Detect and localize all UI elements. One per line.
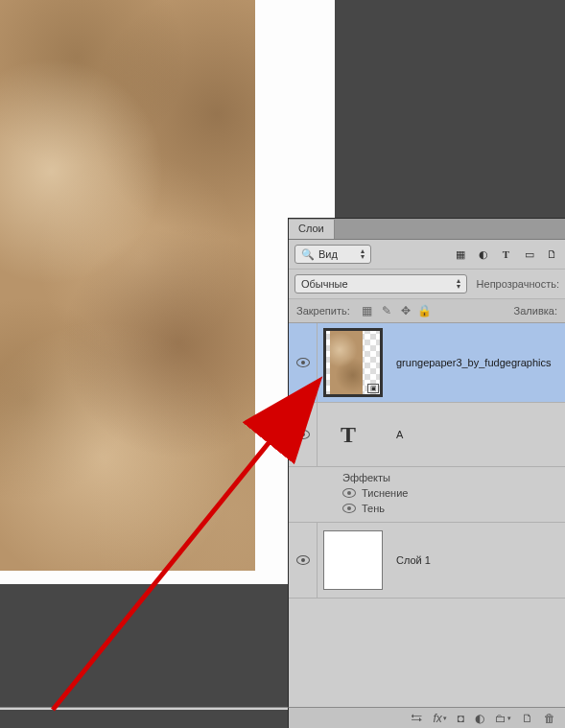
filter-type-icon[interactable]: T [499, 247, 513, 262]
lock-position-icon[interactable]: ✥ [398, 303, 413, 318]
smart-object-icon: ▣ [367, 384, 379, 393]
effect-name: Тень [362, 503, 385, 514]
eye-icon [296, 430, 310, 439]
visibility-toggle[interactable] [289, 403, 318, 466]
filter-row: 🔍Вид ▴▾ ▦ ◐ T ▭ 🗋 [289, 240, 565, 270]
layers-list: ▣ grungepaper3_by_fudgegraphics T A Эффе… [289, 323, 565, 707]
adjustment-icon[interactable]: ◐ [475, 712, 484, 725]
mask-icon[interactable]: ◘ [458, 712, 464, 725]
filter-icons: ▦ ◐ T ▭ 🗋 [453, 247, 559, 262]
canvas-texture-image [0, 0, 255, 571]
visibility-toggle[interactable] [289, 523, 318, 598]
trash-icon[interactable]: 🗑 [544, 712, 555, 725]
kind-label: Вид [318, 248, 338, 260]
blend-mode-select[interactable]: Обычные ▴▾ [294, 274, 467, 294]
blend-row: Обычные ▴▾ Непрозрачность: [289, 270, 565, 299]
tab-layers[interactable]: Слои [289, 220, 335, 239]
lock-all-icon[interactable]: 🔒 [417, 303, 433, 318]
select-arrows-icon: ▴▾ [361, 248, 365, 260]
lock-label: Закрепить: [296, 305, 350, 317]
visibility-toggle[interactable] [289, 323, 318, 402]
canvas-scrollbar[interactable] [0, 707, 288, 710]
layer-row[interactable]: T A [289, 403, 565, 467]
fill-label: Заливка: [514, 305, 557, 317]
new-layer-icon[interactable]: 🗋 [522, 712, 533, 725]
layer-name[interactable]: A [396, 429, 403, 440]
opacity-label: Непрозрачность: [477, 278, 559, 290]
lock-pixels-icon[interactable]: ✎ [379, 303, 394, 318]
layer-row[interactable]: ▣ grungepaper3_by_fudgegraphics [289, 323, 565, 403]
fx-icon[interactable]: fx▾ [433, 712, 446, 725]
lock-row: Закрепить: ▦ ✎ ✥ 🔒 Заливка: [289, 299, 565, 323]
effect-item[interactable]: Тень [342, 501, 565, 516]
layer-thumbnail[interactable]: T [329, 420, 367, 449]
layer-name[interactable]: Слой 1 [396, 554, 431, 566]
blend-mode-value: Обычные [301, 278, 348, 290]
layer-name[interactable]: grungepaper3_by_fudgegraphics [396, 357, 551, 368]
link-layers-icon[interactable]: ⮀ [411, 712, 422, 725]
filter-smart-icon[interactable]: 🗋 [545, 247, 559, 262]
eye-icon[interactable] [342, 488, 356, 498]
layer-row[interactable]: Слой 1 [289, 523, 565, 599]
layer-effects: Эффекты Тиснение Тень [289, 467, 565, 523]
effect-name: Тиснение [362, 487, 408, 499]
eye-icon [296, 358, 310, 367]
effects-header[interactable]: Эффекты [342, 470, 565, 485]
effect-item[interactable]: Тиснение [342, 485, 565, 501]
lock-transparency-icon[interactable]: ▦ [360, 303, 375, 318]
canvas-area [0, 0, 288, 728]
kind-select[interactable]: 🔍Вид ▴▾ [294, 245, 371, 264]
select-arrows-icon: ▴▾ [457, 278, 460, 290]
eye-icon[interactable] [342, 504, 356, 513]
filter-shape-icon[interactable]: ▭ [522, 247, 536, 262]
panel-footer: ⮀ fx▾ ◘ ◐ 🗀▾ 🗋 🗑 [288, 707, 565, 728]
layer-thumbnail[interactable]: ▣ [323, 328, 383, 397]
filter-pixel-icon[interactable]: ▦ [453, 247, 467, 262]
eye-icon [296, 555, 310, 565]
layers-panel: Слои 🔍Вид ▴▾ ▦ ◐ T ▭ 🗋 Обычные ▴▾ Непроз… [288, 218, 565, 707]
filter-adjust-icon[interactable]: ◐ [476, 247, 490, 262]
group-icon[interactable]: 🗀▾ [495, 712, 511, 725]
layer-thumbnail[interactable] [323, 530, 383, 590]
panel-tabs: Слои [289, 219, 565, 240]
effects-title: Эффекты [342, 472, 390, 483]
